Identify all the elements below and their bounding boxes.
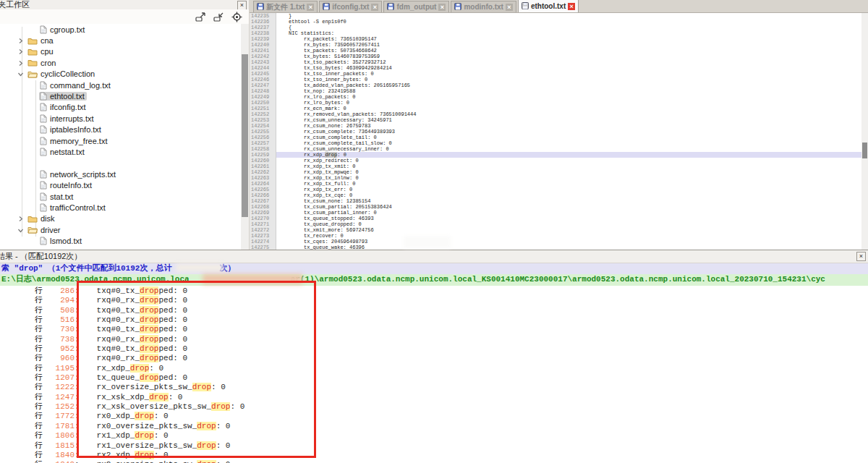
tree-item-netstat.txt[interactable]: netstat.txt: [0, 146, 241, 157]
editor-line[interactable]: 142269 tx_csum_partial_inner: 0: [250, 210, 861, 216]
result-row-1207[interactable]: 行1207:tx_queue_dropped: 0: [0, 373, 868, 382]
editor-line[interactable]: 142275 tx_queue_wake: 46396: [250, 245, 861, 250]
editor-line[interactable]: 142267 tx_csum_none: 12385154: [250, 198, 861, 204]
tree-item-cyclicCollection[interactable]: cyclicCollection: [0, 69, 241, 80]
result-row-1781[interactable]: 行1781:rx0_oversize_pkts_sw_drop: 0: [0, 421, 868, 430]
tree-scrollbar-thumb[interactable]: [242, 54, 248, 217]
locate-file-icon[interactable]: [231, 12, 243, 22]
editor-line[interactable]: 142273 tx_recover: 0: [250, 233, 861, 239]
editor-line[interactable]: 142270 tx_queue_stopped: 46393: [250, 216, 861, 221]
editor-line[interactable]: 142271 tx_queue_dropped: 0: [250, 221, 861, 227]
tree-item-memory_free.txt[interactable]: memory_free.txt: [0, 135, 241, 146]
editor-line[interactable]: 142256 rx_csum_complete_tail: 0: [250, 135, 861, 140]
editor-line[interactable]: 142258 rx_csum_unnecessary_inner: 0: [250, 146, 861, 152]
tree-item-network_scripts.txt[interactable]: network_scripts.txt: [0, 169, 241, 179]
editor-line[interactable]: 142255 rx_csum_complete: 736449389393: [250, 129, 861, 135]
editor-line[interactable]: 142250 rx_lro_bytes: 0: [250, 100, 861, 106]
tree-item-ethtool.txt[interactable]: ethtool.txt: [0, 90, 241, 101]
tree-item-lsmod.txt[interactable]: lsmod.txt: [0, 235, 241, 246]
tree-scrollbar[interactable]: [241, 24, 249, 250]
editor-line[interactable]: 142239 rx_packets: 736510395147: [250, 36, 861, 42]
tab-close-icon[interactable]: ×: [568, 3, 575, 10]
result-row-952[interactable]: 行952:txq#0_tx_dropped: 0: [0, 344, 868, 353]
editor-line[interactable]: 142242 tx_bytes: 514607839753959: [250, 54, 861, 59]
tree-item-cron[interactable]: cron: [0, 57, 241, 68]
editor-line[interactable]: 142237{: [250, 25, 861, 30]
editor-line[interactable]: 142257 rx_csum_complete_tail_slow: 0: [250, 140, 861, 146]
tab-close-icon[interactable]: ×: [506, 4, 513, 11]
tree-item-disk[interactable]: disk: [0, 213, 241, 224]
editor-line[interactable]: 142262 rx_xdp_tx_mpwqe: 0: [250, 169, 861, 175]
result-row-1840[interactable]: 行1840:rx2_xdp_drop: 0: [0, 450, 868, 459]
tree-item-command_log.txt[interactable]: command_log.txt: [0, 80, 241, 90]
editor-line[interactable]: 142238NIC statistics:: [250, 30, 861, 36]
editor-line[interactable]: 142259 rx_xdp_drop: 0: [250, 152, 861, 158]
editor-line[interactable]: 142244 tx_tso_bytes: 463099429284214: [250, 65, 861, 71]
editor-line[interactable]: 142248 tx_nop: 232419588: [250, 88, 861, 94]
result-row-294[interactable]: 行294:rxq#0_rx_dropped: 0: [0, 295, 868, 305]
tab-close-icon[interactable]: ×: [438, 4, 446, 11]
editor-line[interactable]: 142260 rx_xdp_redirect: 0: [250, 158, 861, 163]
editor-line[interactable]: 142266 rx_xdp_tx_cqe: 0: [250, 192, 861, 198]
editor-line[interactable]: 142265 rx_xdp_tx_err: 0: [250, 187, 861, 192]
expand-all-icon[interactable]: [195, 12, 207, 22]
result-row-738[interactable]: 行738:rxq#0_rx_dropped: 0: [0, 334, 868, 344]
editor-line[interactable]: 142240 rx_bytes: 735960572057411: [250, 42, 861, 48]
editor-line[interactable]: 142236ethtool -S enp1s0f0: [250, 19, 861, 25]
tab-3[interactable]: fdm_output×: [383, 1, 449, 12]
editor-line[interactable]: 142254 rx_csum_none: 26759783: [250, 123, 861, 129]
result-row-1772[interactable]: 行1772:rx0_xdp_drop: 0: [0, 411, 868, 420]
editor-line[interactable]: 142272 tx_xmit_more: 569724756: [250, 227, 861, 233]
editor-area[interactable]: 142235}142236ethtool -S enp1s0f0142237{1…: [250, 13, 861, 250]
tree-item-routeInfo.txt[interactable]: routeInfo.txt: [0, 179, 241, 190]
editor-line[interactable]: 142252 rx_removed_vlan_packets: 73651009…: [250, 111, 861, 117]
editor-scrollbar[interactable]: [861, 13, 868, 250]
result-row-516[interactable]: 行516:rxq#0_rx_dropped: 0: [0, 315, 868, 324]
result-file-path[interactable]: E:\日志\armod0523.odata.ncmp.unicom.locaar…: [0, 274, 868, 286]
result-row-1815[interactable]: 行1815:rx1_oversize_pkts_sw_drop: 0: [0, 441, 868, 450]
editor-line[interactable]: 142235}: [250, 13, 861, 19]
chevron-down-icon[interactable]: [17, 70, 25, 77]
editor-line[interactable]: 142263 rx_xdp_tx_inlnw: 0: [250, 175, 861, 181]
tree-item-cgroup.txt[interactable]: cgroup.txt: [0, 24, 241, 35]
editor-line[interactable]: 142246 tx_tso_inner_bytes: 0: [250, 77, 861, 82]
collapse-all-icon[interactable]: [213, 12, 225, 22]
tree-item-driver[interactable]: driver: [0, 224, 241, 235]
tab-5[interactable]: ethtool.txt×: [518, 0, 579, 12]
tree-item-stat.txt[interactable]: stat.txt: [0, 191, 241, 202]
result-row-508[interactable]: 行508:txq#0_tx_dropped: 0: [0, 305, 868, 315]
editor-line[interactable]: 142268 tx_csum_partial: 205153836424: [250, 204, 861, 210]
result-row-730[interactable]: 行730:txq#0_tx_dropped: 0: [0, 324, 868, 334]
tab-2[interactable]: ifconfig.txt×: [319, 1, 382, 12]
editor-line[interactable]: 142253 rx_csum_unnecessary: 34245971: [250, 117, 861, 123]
tree-item-cpu[interactable]: cpu: [0, 46, 241, 57]
chevron-right-icon[interactable]: [17, 215, 25, 222]
tab-close-icon[interactable]: ×: [371, 4, 378, 11]
tab-1[interactable]: 新文件 1.txt×: [253, 1, 318, 12]
chevron-down-icon[interactable]: [17, 226, 25, 234]
results-close-icon[interactable]: ×: [856, 252, 866, 261]
editor-line[interactable]: 142251 rx_ecn_mark: 0: [250, 106, 861, 111]
result-row-1222[interactable]: 行1222:rx_oversize_pkts_sw_drop: 0: [0, 382, 868, 391]
result-row-1195[interactable]: 行1195:rx_xdp_drop: 0: [0, 363, 868, 373]
editor-line[interactable]: 142274 tx_cqes: 204596498793: [250, 239, 861, 245]
tree-item-cna[interactable]: cna: [0, 35, 241, 46]
tree-item-ifconfig.txt[interactable]: ifconfig.txt: [0, 102, 241, 113]
tree-item-interrupts.txt[interactable]: interrupts.txt: [0, 113, 241, 124]
tree-item-trafficControl.txt[interactable]: trafficControl.txt: [0, 202, 241, 213]
result-row-1247[interactable]: 行1247:rx_xsk_xdp_drop: 0: [0, 392, 868, 402]
result-row-960[interactable]: 行960:rxq#0_rx_dropped: 0: [0, 353, 868, 362]
chevron-right-icon[interactable]: [17, 48, 25, 55]
editor-scrollbar-thumb[interactable]: [862, 143, 867, 158]
editor-line[interactable]: 142241 tx_packets: 507354668642: [250, 48, 861, 54]
chevron-right-icon[interactable]: [17, 59, 25, 67]
result-row-1252[interactable]: 行1252:rx_xsk_oversize_pkts_sw_drop: 0: [0, 402, 868, 411]
editor-line[interactable]: 142261 rx_xdp_tx_xmit: 0: [250, 163, 861, 169]
result-row-1806[interactable]: 行1806:rx1_xdp_drop: 0: [0, 430, 868, 440]
editor-line[interactable]: 142264 rx_xdp_tx_full: 0: [250, 181, 861, 187]
tree-item-iptablesInfo.txt[interactable]: iptablesInfo.txt: [0, 124, 241, 135]
result-row-1849[interactable]: 行1849:rx2_oversize_pkts_sw_drop: 0: [0, 459, 868, 463]
tab-4[interactable]: modinfo.txt×: [451, 1, 516, 12]
chevron-right-icon[interactable]: [17, 37, 25, 44]
editor-line[interactable]: 142247 tx_added_vlan_packets: 2051659571…: [250, 82, 861, 88]
